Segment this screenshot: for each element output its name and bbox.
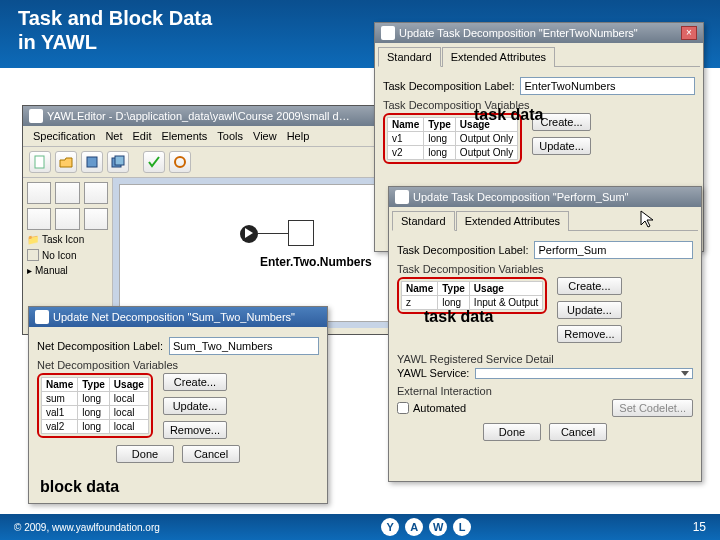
tab-standard[interactable]: Standard xyxy=(392,211,455,231)
done-button[interactable]: Done xyxy=(483,423,541,441)
palette-swatch[interactable] xyxy=(55,182,79,204)
update-button[interactable]: Update... xyxy=(532,137,591,155)
external-interaction-label: External Interaction xyxy=(397,385,693,397)
cancel-button[interactable]: Cancel xyxy=(549,423,607,441)
tb-validate-icon[interactable] xyxy=(143,151,165,173)
editor-title-text: YAWLEditor - D:\application_data\yawl\Co… xyxy=(47,110,350,122)
tb-new-icon[interactable] xyxy=(29,151,51,173)
table-row[interactable]: val2longlocal xyxy=(42,420,149,434)
menu-view[interactable]: View xyxy=(249,129,281,143)
dialog-icon xyxy=(395,190,409,204)
dialog-icon xyxy=(35,310,49,324)
yawl-logo: Y A W L xyxy=(381,518,471,536)
decomp-label-input[interactable]: Sum_Two_Numbers xyxy=(169,337,319,355)
done-button[interactable]: Done xyxy=(116,445,174,463)
svg-point-4 xyxy=(175,157,185,167)
slide-number: 15 xyxy=(693,520,706,534)
tab-standard[interactable]: Standard xyxy=(378,47,441,67)
dialog-icon xyxy=(381,26,395,40)
dialog-perform-titlebar[interactable]: Update Task Decomposition "Perform_Sum" xyxy=(389,187,701,207)
create-button[interactable]: Create... xyxy=(163,373,227,391)
palette-swatch[interactable] xyxy=(55,208,79,230)
var-table-highlight: NameTypeUsage sumlonglocal val1longlocal… xyxy=(37,373,153,438)
menu-edit[interactable]: Edit xyxy=(129,129,156,143)
slide-title: Task and Block Data in YAWL xyxy=(18,6,212,54)
table-row[interactable]: v2longOutput Only xyxy=(388,146,518,160)
menu-tools[interactable]: Tools xyxy=(213,129,247,143)
start-node-icon[interactable] xyxy=(240,225,258,243)
chevron-down-icon xyxy=(681,371,689,376)
editor-app-icon xyxy=(29,109,43,123)
annotation-block-data: block data xyxy=(40,478,119,496)
annotation-task-data-2: task data xyxy=(424,308,493,326)
decomp-label: Net Decomposition Label: xyxy=(37,340,163,352)
svg-rect-0 xyxy=(35,156,44,168)
dialog-enter-title: Update Task Decomposition "EnterTwoNumbe… xyxy=(399,27,638,39)
menu-help[interactable]: Help xyxy=(283,129,314,143)
create-button[interactable]: Create... xyxy=(557,277,621,295)
palette-manual[interactable]: ▸ Manual xyxy=(27,265,108,276)
footer-bar: © 2009, www.yawlfoundation.org Y A W L 1… xyxy=(0,514,720,540)
update-button[interactable]: Update... xyxy=(163,397,227,415)
yawl-logo-y-icon: Y xyxy=(381,518,399,536)
edge xyxy=(258,233,288,234)
dialog-perform-sum: Update Task Decomposition "Perform_Sum" … xyxy=(388,186,702,482)
vars-group-label: Task Decomposition Variables xyxy=(397,263,693,275)
col-usage: Usage xyxy=(469,282,543,296)
palette-task-icon-folder[interactable]: 📁 Task Icon xyxy=(27,234,108,245)
col-type: Type xyxy=(78,378,110,392)
palette-swatch[interactable] xyxy=(84,208,108,230)
tb-analyze-icon[interactable] xyxy=(169,151,191,173)
col-name: Name xyxy=(42,378,78,392)
vars-group-label: Net Decomposition Variables xyxy=(37,359,319,371)
tab-extended-attributes[interactable]: Extended Attributes xyxy=(456,211,569,231)
palette-task-icon-label: Task Icon xyxy=(42,234,84,245)
col-usage: Usage xyxy=(109,378,148,392)
decomp-label: Task Decomposition Label: xyxy=(383,80,514,92)
footer-copyright: © 2009, www.yawlfoundation.org xyxy=(14,522,160,533)
service-group-label: YAWL Registered Service Detail xyxy=(397,353,693,365)
automated-checkbox-label: Automated xyxy=(413,402,466,414)
var-table[interactable]: NameTypeUsage zlongInput & Output xyxy=(401,281,543,310)
annotation-task-data-1: task data xyxy=(474,106,543,124)
remove-button[interactable]: Remove... xyxy=(557,325,621,343)
decomp-label-input[interactable]: EnterTwoNumbers xyxy=(520,77,695,95)
menu-net[interactable]: Net xyxy=(101,129,126,143)
tb-save-icon[interactable] xyxy=(81,151,103,173)
update-button[interactable]: Update... xyxy=(557,301,621,319)
dialog-net-decomposition: Update Net Decomposition "Sum_Two_Number… xyxy=(28,306,328,504)
cancel-button[interactable]: Cancel xyxy=(182,445,240,463)
tb-open-icon[interactable] xyxy=(55,151,77,173)
dialog-enter-titlebar[interactable]: Update Task Decomposition "EnterTwoNumbe… xyxy=(375,23,703,43)
palette-no-icon-label: No Icon xyxy=(42,250,76,261)
stage: YAWLEditor - D:\application_data\yawl\Co… xyxy=(0,0,720,540)
tab-extended-attributes[interactable]: Extended Attributes xyxy=(442,47,555,67)
dialog-perform-title: Update Task Decomposition "Perform_Sum" xyxy=(413,191,628,203)
menu-elements[interactable]: Elements xyxy=(157,129,211,143)
table-row[interactable]: v1longOutput Only xyxy=(388,132,518,146)
yawl-service-combo[interactable] xyxy=(475,368,693,379)
remove-button[interactable]: Remove... xyxy=(163,421,227,439)
task-node[interactable] xyxy=(288,220,314,246)
task-node-label: Enter.Two.Numbers xyxy=(260,255,372,269)
dialog-net-title: Update Net Decomposition "Sum_Two_Number… xyxy=(53,311,295,323)
col-type: Type xyxy=(424,118,456,132)
slide-title-line1: Task and Block Data xyxy=(18,7,212,29)
table-row[interactable]: val1longlocal xyxy=(42,406,149,420)
palette-swatch[interactable] xyxy=(84,182,108,204)
col-type: Type xyxy=(438,282,470,296)
palette-swatch[interactable] xyxy=(27,182,51,204)
menu-specification[interactable]: Specification xyxy=(29,129,99,143)
set-codelet-button[interactable]: Set Codelet... xyxy=(612,399,693,417)
tb-saveall-icon[interactable] xyxy=(107,151,129,173)
automated-checkbox[interactable]: Automated xyxy=(397,402,466,414)
palette-swatch[interactable] xyxy=(27,208,51,230)
close-icon[interactable]: × xyxy=(681,26,697,40)
decomp-label-input[interactable]: Perform_Sum xyxy=(534,241,693,259)
table-row[interactable]: sumlonglocal xyxy=(42,392,149,406)
yawl-logo-a-icon: A xyxy=(405,518,423,536)
dialog-net-titlebar[interactable]: Update Net Decomposition "Sum_Two_Number… xyxy=(29,307,327,327)
palette-no-icon[interactable]: No Icon xyxy=(27,249,108,261)
yawl-logo-w-icon: W xyxy=(429,518,447,536)
var-table[interactable]: NameTypeUsage sumlonglocal val1longlocal… xyxy=(41,377,149,434)
